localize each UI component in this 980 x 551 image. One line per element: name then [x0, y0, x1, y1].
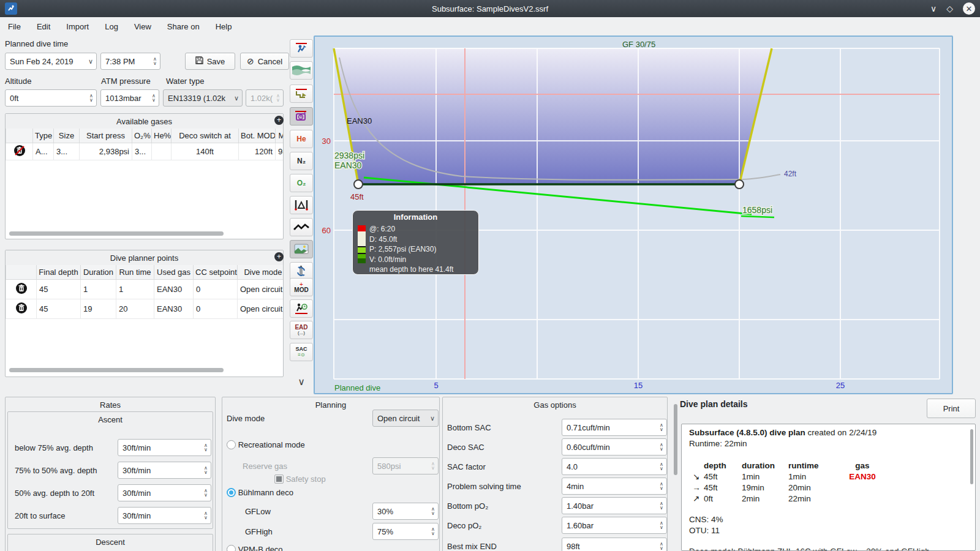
col-used-gas[interactable]: Used gas: [154, 265, 194, 280]
delete-gas-icon[interactable]: [13, 144, 26, 159]
col-mnd[interactable]: MN: [276, 129, 284, 143]
col-type[interactable]: Type: [33, 129, 54, 143]
menu-view[interactable]: View: [126, 22, 159, 31]
toolbar-dc-ceiling-button[interactable]: [289, 84, 314, 103]
best-mix-end-spinbox[interactable]: 98ft∧∨: [562, 538, 667, 551]
toolbar-pn-he-button[interactable]: He: [289, 130, 314, 148]
col-deco-switch[interactable]: Deco switch at: [172, 129, 239, 143]
deco-sac-spinbox[interactable]: 0.60cuft/min∧∨: [562, 438, 667, 455]
spin-arrows-icon: ∧∨: [150, 57, 160, 66]
toolbar-ndl-button[interactable]: [289, 299, 314, 318]
toolbar-setpoint-button[interactable]: [289, 107, 314, 126]
toolbar-pn-n2-button[interactable]: N₂: [289, 152, 314, 170]
maximize-icon[interactable]: ◇: [946, 4, 953, 13]
depth-tick-60: 60: [322, 226, 331, 235]
rates-title: Rates: [6, 397, 215, 410]
planner-row[interactable]: 45 1 1 EAN30 0 Open circuit: [6, 280, 284, 299]
menu-file[interactable]: File: [0, 22, 29, 31]
sac-factor-spinbox[interactable]: 4.0∧∨: [562, 458, 667, 475]
tooltip-gas-bar-icon: [358, 225, 366, 263]
plan-text-vscrollbar[interactable]: [970, 429, 973, 484]
deco-po2-spinbox[interactable]: 1.60bar∧∨: [562, 517, 667, 534]
buhlmann-deco-radio[interactable]: Bühlmann deco: [227, 488, 293, 497]
rate-spinbox-1[interactable]: 30ft/min∧∨: [118, 439, 211, 456]
cancel-button[interactable]: ⊘ Cancel: [240, 53, 289, 70]
gflow-spinbox[interactable]: 30%∧∨: [372, 503, 439, 520]
print-button[interactable]: Print: [927, 399, 976, 418]
descent-gas-label: EAN30: [347, 116, 372, 126]
col-size[interactable]: Size: [54, 129, 80, 143]
menu-import[interactable]: Import: [58, 22, 97, 31]
toolbar-photos-button[interactable]: [289, 240, 314, 258]
waypoint-handle[interactable]: [735, 180, 744, 189]
bottom-sac-spinbox[interactable]: 0.71cuft/min∧∨: [562, 419, 667, 436]
menu-log[interactable]: Log: [97, 22, 126, 31]
bottom-po2-spinbox[interactable]: 1.40bar∧∨: [562, 497, 667, 514]
dive-mode-combo[interactable]: Open circuit∨: [372, 410, 439, 427]
planner-row[interactable]: 45 19 20 EAN30 0 Open circuit: [6, 299, 284, 319]
problem-solving-time-spinbox[interactable]: 4min∧∨: [562, 478, 667, 495]
atm-pressure-spinbox[interactable]: 1013mbar∧∨: [100, 89, 159, 107]
planner-hscrollbar[interactable]: [9, 368, 224, 372]
delete-point-icon[interactable]: [15, 302, 28, 316]
toolbar-calculated-ceiling-button[interactable]: [289, 39, 314, 58]
col-duration[interactable]: Duration: [81, 265, 116, 280]
rate-spinbox-4[interactable]: 30ft/min∧∨: [118, 507, 211, 524]
toolbar-sac-button[interactable]: SAC≡⊙: [289, 343, 314, 361]
gases-hscrollbar[interactable]: [9, 231, 224, 236]
add-planner-point-button[interactable]: +: [274, 252, 284, 261]
water-type-combo[interactable]: EN13319 (1.02k∨: [163, 89, 243, 107]
mean-depth-end-label: 42ft: [784, 170, 797, 178]
time-spinbox[interactable]: 7:38 PM∧∨: [100, 53, 160, 70]
deco-po2-label: Deco pO₂: [447, 521, 481, 530]
dive-mode-label: Dive mode: [227, 414, 265, 423]
cancel-icon: ⊘: [247, 56, 254, 66]
minimize-icon[interactable]: ∨: [930, 4, 937, 13]
col-o2[interactable]: O₂%: [132, 129, 152, 143]
gases-table: Type Size Start press O₂% He% Deco switc…: [6, 129, 283, 160]
toolbar-heartrate-button[interactable]: [289, 218, 314, 236]
rate-spinbox-3[interactable]: 30ft/min∧∨: [118, 484, 211, 501]
details-vscrollbar[interactable]: [674, 404, 677, 475]
col-final-depth[interactable]: Final depth: [37, 265, 81, 280]
menu-share-on[interactable]: Share on: [159, 22, 208, 31]
toolbar-mod-button[interactable]: +MOD: [289, 278, 314, 296]
toolbar-pn-o2-button[interactable]: O₂: [289, 174, 314, 192]
dive-plan-details-title: Dive plan details: [680, 399, 747, 409]
time-tick-5: 5: [434, 381, 438, 390]
vpmb-deco-radio[interactable]: VPM-B deco: [227, 545, 283, 551]
recreational-mode-radio[interactable]: Recreational mode: [227, 440, 305, 449]
gas-row[interactable]: A... 3... 2,938psi 3... 140ft 120ft 98f: [6, 143, 284, 160]
menu-edit[interactable]: Edit: [29, 22, 58, 31]
toolbar-tissues-button[interactable]: [289, 196, 314, 214]
gas-options-title: Gas options: [443, 397, 667, 410]
rate-spinbox-2[interactable]: 30ft/min∧∨: [118, 462, 211, 479]
altitude-label: Altitude: [5, 77, 31, 86]
rate-label-4: 20ft to surface: [15, 511, 65, 520]
toolbar-salinity-waves-button[interactable]: [289, 61, 314, 80]
col-bot-mod[interactable]: Bot. MOD: [239, 129, 276, 143]
gfhigh-spinbox[interactable]: 75%∧∨: [372, 523, 439, 540]
col-he[interactable]: He%: [152, 129, 172, 143]
save-button[interactable]: Save: [185, 53, 235, 70]
menu-help[interactable]: Help: [208, 22, 240, 31]
spin-arrows-icon: ∧∨: [273, 94, 283, 102]
reserve-gas-label: Reserve gas: [243, 462, 287, 471]
gf-label: GF 30/75: [622, 40, 655, 49]
col-run-time[interactable]: Run time: [116, 265, 154, 280]
dive-profile-chart[interactable]: GF 30/75 30 60 5 15 25 EAN30 2938psi EAN…: [314, 36, 953, 394]
descend-arrow-icon: ↘: [689, 471, 704, 482]
altitude-spinbox[interactable]: 0ft∧∨: [5, 89, 97, 107]
waypoint-handle[interactable]: [354, 180, 363, 189]
toolbar-ead-button[interactable]: EAD(...): [289, 321, 314, 339]
dive-plan-text-box[interactable]: Subsurface (4.8.5.0) dive plan created o…: [681, 424, 976, 551]
col-cc-setpoint[interactable]: CC setpoint: [194, 265, 238, 280]
col-dive-mode[interactable]: Dive mode: [238, 265, 284, 280]
toolbar-collapse-chevron-icon[interactable]: ∨: [289, 372, 314, 391]
date-combo[interactable]: Sun Feb 24, 2019∨: [5, 53, 97, 70]
add-gas-button[interactable]: +: [274, 116, 284, 125]
close-icon[interactable]: ✕: [963, 2, 975, 15]
col-start-press[interactable]: Start press: [80, 129, 132, 143]
end-pressure-label: 1658psi: [742, 205, 772, 215]
delete-point-icon[interactable]: [15, 282, 28, 296]
